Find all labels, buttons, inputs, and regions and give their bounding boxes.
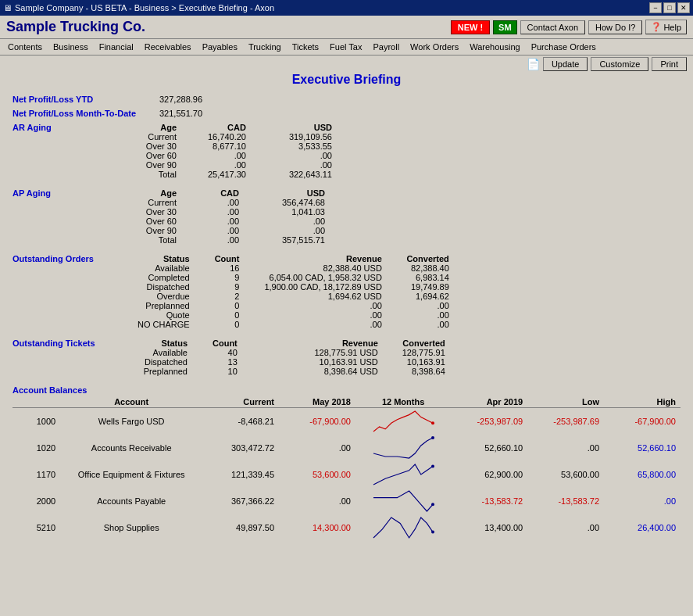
high-value: .00 — [664, 496, 676, 506]
balance-current: -8,468.21 — [202, 408, 279, 435]
order-count-cell: 0 — [202, 320, 252, 329]
ar-age-cell: Over 30 — [138, 141, 192, 151]
close-button[interactable]: ✕ — [677, 2, 690, 13]
ap-cad-cell: .00 — [192, 226, 255, 235]
high-value: 65,800.00 — [638, 470, 676, 479]
net-profit-mtd-value: 321,551.70 — [159, 109, 202, 118]
ar-cad-cell: 8,677.10 — [192, 141, 262, 151]
print-button[interactable]: Print — [652, 57, 687, 71]
ar-age-cell: Over 60 — [138, 151, 192, 160]
window-controls[interactable]: − □ ✕ — [649, 2, 690, 13]
net-profit-mtd-label: Net Profit/Loss Month-To-Date — [13, 109, 153, 118]
maximize-button[interactable]: □ — [663, 2, 676, 13]
high-value: -67,900.00 — [634, 417, 676, 426]
balance-high: 65,800.00 — [604, 461, 680, 488]
order-count-cell: 9 — [202, 282, 252, 292]
bal-apr2019-header: Apr 2019 — [451, 396, 527, 408]
menu-item-purchase-orders[interactable]: Purchase Orders — [527, 41, 601, 53]
bal-may2018-header: May 2018 — [279, 396, 355, 408]
orders-converted-header: Converted — [395, 254, 457, 263]
balance-row: 5210 Shop Supplies 49,897.50 14,300.00 1… — [13, 514, 680, 541]
order-count-cell: 0 — [202, 310, 252, 320]
tickets-converted-header: Converted — [391, 338, 453, 348]
menu-item-warehousing[interactable]: Warehousing — [465, 41, 524, 53]
balance-acct-name: Accounts Receivable — [60, 435, 202, 461]
menu-item-fuel-tax[interactable]: Fuel Tax — [325, 41, 366, 53]
balance-may2018: .00 — [279, 435, 355, 461]
balance-may2018: 14,300.00 — [279, 514, 355, 541]
bal-num-header — [13, 396, 60, 408]
menu-item-financial[interactable]: Financial — [95, 41, 138, 53]
apr2019-value: -13,583.72 — [482, 496, 523, 506]
help-label: Help — [663, 23, 681, 32]
may2018-value: 14,300.00 — [313, 523, 351, 532]
menu-item-business[interactable]: Business — [48, 41, 93, 53]
order-status-cell: NO CHARGE — [138, 320, 202, 329]
app-icon: 🖥 — [3, 3, 12, 13]
apr2019-value: 52,660.10 — [484, 443, 523, 453]
orders-row: NO CHARGE 0 .00 .00 — [138, 320, 457, 329]
order-status-cell: Overdue — [138, 292, 202, 301]
ticket-count-cell: 13 — [200, 357, 250, 367]
menu-item-payroll[interactable]: Payroll — [368, 41, 404, 53]
tickets-count-header: Count — [200, 338, 250, 348]
menu-item-work-orders[interactable]: Work Orders — [405, 41, 463, 53]
low-value: .00 — [588, 523, 599, 532]
menu-item-trucking[interactable]: Trucking — [244, 41, 286, 53]
ap-age-cell: Over 60 — [138, 217, 192, 226]
balance-acct-num: 1170 — [13, 461, 60, 488]
balance-high: 52,660.10 — [604, 435, 680, 461]
ap-cad-cell: .00 — [192, 207, 255, 217]
orders-row: Available 16 82,388.40 USD 82,388.40 — [138, 263, 457, 273]
svg-point-2 — [431, 465, 434, 468]
tickets-row: Available 40 128,775.91 USD 128,775.91 — [138, 348, 453, 357]
sm-button[interactable]: SM — [493, 20, 517, 34]
outstanding-orders-title: Outstanding Orders — [13, 254, 138, 263]
orders-count-header: Count — [202, 254, 252, 263]
balance-may2018: -67,900.00 — [279, 408, 355, 435]
menu-item-contents[interactable]: Contents — [3, 41, 47, 53]
ap-age-cell: Over 30 — [138, 207, 192, 217]
ticket-revenue-cell: 128,775.91 USD — [250, 348, 391, 357]
ar-usd-cell: .00 — [262, 151, 340, 160]
menu-item-tickets[interactable]: Tickets — [288, 41, 323, 53]
may2018-value: -67,900.00 — [309, 417, 351, 426]
ap-aging-section: AP Aging Age CAD USD Current .00 356,474… — [13, 188, 680, 245]
customize-button[interactable]: Customize — [591, 57, 648, 71]
balance-acct-name: Office Equipment & Fixtures — [60, 461, 202, 488]
how-do-i-button[interactable]: How Do I? — [588, 20, 642, 34]
balance-may2018: .00 — [279, 488, 355, 514]
new-button[interactable]: NEW ! — [451, 20, 490, 34]
help-icon: ❓ — [651, 22, 662, 32]
balance-low: -253,987.69 — [527, 408, 604, 435]
high-value: 26,400.00 — [638, 523, 676, 532]
ap-aging-title: AP Aging — [13, 188, 138, 198]
sparkline-chart — [372, 410, 434, 433]
menu-bar: ContentsBusinessFinancialReceivablesPaya… — [0, 39, 693, 56]
help-button[interactable]: ❓ Help — [645, 20, 687, 34]
ap-cad-cell: .00 — [192, 217, 255, 226]
bal-high-header: High — [604, 396, 680, 408]
balance-apr2019: -253,987.09 — [451, 408, 527, 435]
order-revenue-cell: .00 — [252, 320, 394, 329]
order-status-cell: Preplanned — [138, 301, 202, 310]
ar-aging-row: Over 90 .00 .00 — [138, 160, 340, 170]
ap-age-cell: Total — [138, 235, 192, 245]
menu-item-payables[interactable]: Payables — [198, 41, 242, 53]
ar-cad-cell: .00 — [192, 160, 262, 170]
menu-item-receivables[interactable]: Receivables — [140, 41, 196, 53]
ar-age-cell: Total — [138, 170, 192, 179]
balance-apr2019: 62,900.00 — [451, 461, 527, 488]
balance-high: 26,400.00 — [604, 514, 680, 541]
ar-usd-cell: .00 — [262, 160, 340, 170]
minimize-button[interactable]: − — [649, 2, 662, 13]
balance-acct-num: 1000 — [13, 408, 60, 435]
orders-status-header: Status — [138, 254, 202, 263]
ap-aging-table: Age CAD USD Current .00 356,474.68 Over … — [138, 188, 333, 245]
contact-axon-button[interactable]: Contact Axon — [520, 20, 585, 34]
update-button[interactable]: Update — [543, 57, 588, 71]
balance-current: 367,366.22 — [202, 488, 279, 514]
outstanding-orders-table: Status Count Revenue Converted Available… — [138, 254, 457, 329]
order-revenue-cell: 6,054.00 CAD, 1,958.32 USD — [252, 273, 394, 282]
ar-cad-cell: 16,740.20 — [192, 132, 262, 141]
